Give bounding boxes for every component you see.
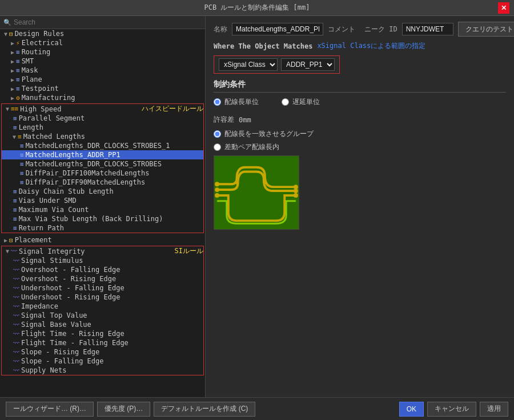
- wiring-length-radio[interactable]: [214, 98, 221, 106]
- daisy-chain-label: Daisy Chain Stub Length: [19, 187, 114, 195]
- default-rule-button[interactable]: デフォルトルールを作成 (C): [154, 402, 255, 417]
- overshoot-falling-label: Overshoot - Falling Edge: [21, 266, 120, 274]
- tree-item-ml-ddr1[interactable]: ≡ MatchedLengths_DDR_CLOCKS_STROBES_1: [2, 141, 203, 150]
- sn-icon: 〰: [13, 367, 19, 374]
- slope-falling-label: Slope - Falling Edge: [21, 357, 104, 365]
- folder-icon: ⊟: [9, 30, 13, 38]
- group-radio-row: 配線長を一致させるグループ: [214, 129, 506, 139]
- name-input[interactable]: [232, 23, 323, 35]
- where-label: Where The Object Matches: [214, 42, 312, 50]
- where-link[interactable]: xSignal Classによる範囲の指定: [317, 41, 425, 51]
- tree-item-design-rules[interactable]: ▼ ⊟ Design Rules: [0, 29, 205, 38]
- tree-item-signal-top[interactable]: 〰 Signal Top Value: [2, 311, 203, 320]
- tree-item-high-speed[interactable]: ▼ ≡≡ High Speed: [2, 105, 139, 114]
- slope-rising-label: Slope - Rising Edge: [21, 348, 99, 356]
- tree-item-smt[interactable]: ▶ ≡ SMT: [0, 57, 205, 66]
- apply-button[interactable]: 適用: [480, 402, 508, 417]
- tree-item-parallel-segment[interactable]: ≡ Parallel Segment: [2, 114, 203, 123]
- ml-diff100-label: DiffPair_DIFF100MatchedLengths: [26, 169, 150, 177]
- cancel-button[interactable]: キャンセル: [427, 402, 476, 417]
- tree-item-overshoot-rising[interactable]: 〰 Overshoot - Rising Edge: [2, 274, 203, 283]
- manufacturing-icon: ⚙: [16, 94, 20, 102]
- ml-rule-icon: ≡: [20, 142, 24, 150]
- sf-icon: 〰: [13, 358, 19, 365]
- ml-ddr1-label: MatchedLengths_DDR_CLOCKS_STROBES_1: [26, 142, 170, 150]
- tree-item-undershoot-falling[interactable]: 〰 Undershoot - Falling Edge: [2, 283, 203, 293]
- tree-item-ml-ddr2[interactable]: ≡ MatchedLengths_DDR_CLOCKS_STROBES: [2, 159, 203, 169]
- tree-item-undershoot-rising[interactable]: 〰 Undershoot - Rising Edge: [2, 293, 203, 302]
- undershoot-falling-label: Undershoot - Falling Edge: [21, 284, 125, 292]
- diff-pair-radio-row: 差動ペア配線長内: [214, 142, 506, 152]
- tree-item-plane[interactable]: ▶ ≡ Plane: [0, 75, 205, 84]
- tree-item-mask[interactable]: ▶ ≡ Mask: [0, 66, 205, 75]
- tree-item-routing[interactable]: ▶ ≡ Routing: [0, 47, 205, 57]
- window-title: PCB ルールと制約条件編集 [mm]: [16, 3, 498, 13]
- tree-item-impedance[interactable]: 〰 Impedance: [2, 302, 203, 311]
- constraint-title: 制約条件: [214, 79, 506, 93]
- tree-item-max-via-stub[interactable]: ≡ Max Via Stub Length (Back Drilling): [2, 214, 203, 223]
- title-bar: PCB ルールと制約条件編集 [mm] ✕: [0, 0, 514, 16]
- search-input[interactable]: [14, 18, 202, 26]
- addr-pp1-select[interactable]: ADDR_PP1: [281, 58, 335, 71]
- tree-item-supply-nets[interactable]: 〰 Supply Nets: [2, 366, 203, 375]
- tree-item-overshoot-falling[interactable]: 〰 Overshoot - Falling Edge: [2, 265, 203, 274]
- tree-item-signal-stimulus[interactable]: 〰 Signal Stimulus: [2, 256, 203, 265]
- ml-diff90-label: DiffPair_DIFF90MatchedLengths: [26, 178, 146, 186]
- tree-item-manufacturing[interactable]: ▶ ⚙ Manufacturing: [0, 93, 205, 102]
- tree-item-vias-smd[interactable]: ≡ Vias Under SMD: [2, 196, 203, 205]
- tree-item-return-path[interactable]: ≡ Return Path: [2, 223, 203, 233]
- pcb-svg: [214, 156, 299, 229]
- signal-top-label: Signal Top Value: [21, 311, 87, 319]
- tree-item-slope-falling[interactable]: 〰 Slope - Falling Edge: [2, 357, 203, 366]
- bottom-bar: ールウィザード… (R)… 優先度 (P)… デフォルトルールを作成 (C) O…: [0, 397, 514, 420]
- tree-item-ml-addr[interactable]: ≡ MatchedLengths_ADDR_PP1: [2, 150, 203, 159]
- tree-item-max-via-count[interactable]: ≡ Maximum Via Count: [2, 205, 203, 214]
- max-via-stub-label: Max Via Stub Length (Back Drilling): [19, 215, 163, 223]
- signal-stimulus-label: Signal Stimulus: [21, 257, 83, 265]
- comment-label: コメント: [328, 25, 355, 34]
- ml-diff90-icon: ≡: [20, 179, 24, 186]
- query-test-button[interactable]: クエリのテスト: [458, 22, 514, 37]
- tree-item-matched-lengths[interactable]: ▼ ≡ Matched Lengths: [2, 132, 203, 141]
- tree-item-flight-falling[interactable]: 〰 Flight Time - Falling Edge: [2, 338, 203, 347]
- delay-unit-radio[interactable]: [282, 98, 289, 106]
- tree-item-ml-diff90[interactable]: ≡ DiffPair_DIFF90MatchedLengths: [2, 178, 203, 187]
- vias-smd-label: Vias Under SMD: [19, 197, 77, 205]
- placement-icon: ⊡: [9, 237, 13, 244]
- sr-icon: 〰: [13, 349, 19, 356]
- matched-lengths-label: Matched Lengths: [23, 133, 85, 141]
- tree-item-electrical[interactable]: ▶ ⚡ Electrical: [0, 38, 205, 47]
- tree-item-slope-rising[interactable]: 〰 Slope - Rising Edge: [2, 347, 203, 357]
- close-button[interactable]: ✕: [498, 2, 509, 14]
- tree-item-signal-base[interactable]: 〰 Signal Base Value: [2, 320, 203, 329]
- group-radio[interactable]: [214, 130, 221, 138]
- rp-icon: ≡: [13, 225, 17, 232]
- tree-item-ml-diff100[interactable]: ≡ DiffPair_DIFF100MatchedLengths: [2, 169, 203, 178]
- tree-item-testpoint[interactable]: ▶ ≡ Testpoint: [0, 84, 205, 93]
- ps-icon: ≡: [13, 115, 17, 122]
- signal-class-select[interactable]: xSignal Class: [219, 58, 278, 71]
- ok-button[interactable]: OK: [399, 402, 424, 417]
- return-path-label: Return Path: [19, 224, 64, 232]
- search-bar: 🔍: [0, 16, 205, 29]
- pcb-image: [214, 155, 299, 230]
- smt-icon: ≡: [16, 58, 20, 65]
- uf-icon: 〰: [13, 285, 19, 292]
- tree-item-length[interactable]: ≡ Length: [2, 123, 203, 132]
- tree-item-placement[interactable]: ▶ ⊡ Placement: [0, 235, 205, 245]
- diff-pair-radio[interactable]: [214, 143, 221, 151]
- tree-container: ▼ ⊟ Design Rules ▶ ⚡ Electrical ▶ ≡ Rout…: [0, 29, 205, 397]
- tree-item-daisy-chain[interactable]: ≡ Daisy Chain Stub Length: [2, 187, 203, 196]
- plane-label: Plane: [22, 75, 42, 83]
- tree-item-flight-rising[interactable]: 〰 Flight Time - Rising Edge: [2, 329, 203, 338]
- delay-unit-radio-row: 遅延単位: [282, 97, 320, 107]
- signal-base-label: Signal Base Value: [21, 321, 91, 329]
- tree-item-signal-integrity[interactable]: ▼ 〰 Signal Integrity: [2, 247, 172, 256]
- undershoot-rising-label: Undershoot - Rising Edge: [21, 293, 120, 301]
- arrow-icon: ▼: [11, 134, 18, 140]
- bottom-left-buttons: ールウィザード… (R)… 優先度 (P)… デフォルトルールを作成 (C): [6, 402, 255, 417]
- priority-button[interactable]: 優先度 (P)…: [97, 402, 150, 417]
- flight-falling-label: Flight Time - Falling Edge: [21, 339, 128, 347]
- rule-wizard-button[interactable]: ールウィザード… (R)…: [6, 402, 94, 417]
- mark-id-input[interactable]: [402, 23, 453, 35]
